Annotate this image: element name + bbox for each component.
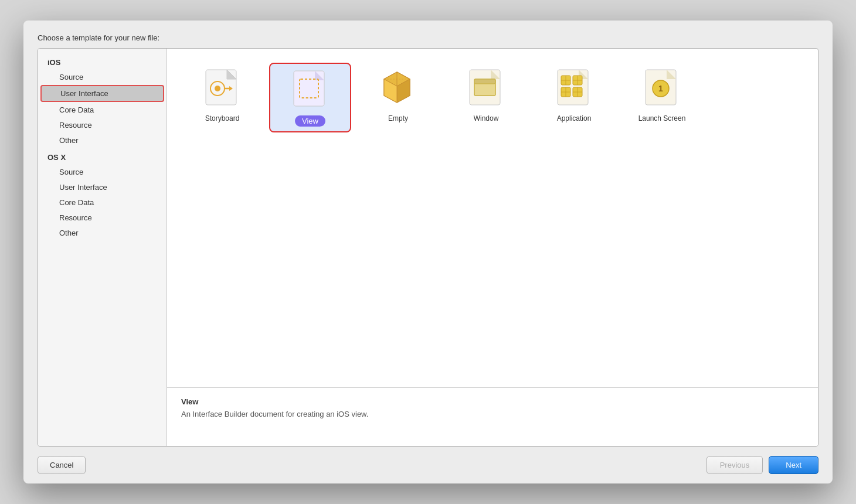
template-item-application[interactable]: Application [533, 63, 615, 132]
storyboard-label: Storyboard [205, 114, 240, 122]
application-label: Application [557, 114, 592, 122]
content-area: Storyboard View [167, 49, 818, 446]
dialog: Choose a template for your new file: iOS… [23, 21, 833, 483]
empty-label: Empty [388, 114, 408, 122]
template-item-window[interactable]: Window [445, 63, 527, 132]
sidebar-item-osx-core-data[interactable]: Core Data [40, 195, 164, 210]
dialog-footer: Cancel Previous Next [23, 447, 833, 483]
template-item-view[interactable]: View [269, 63, 351, 132]
launch-screen-icon: 1 [641, 67, 683, 110]
previous-button[interactable]: Previous [706, 456, 763, 474]
description-title: View [181, 397, 804, 406]
cancel-button[interactable]: Cancel [38, 456, 86, 474]
window-label: Window [474, 114, 499, 122]
sidebar-group-ios: iOS [38, 53, 167, 69]
sidebar-item-ios-resource[interactable]: Resource [40, 118, 164, 132]
application-icon [553, 67, 595, 110]
dialog-body: iOS Source User Interface Core Data Reso… [38, 48, 818, 447]
sidebar-item-ios-other[interactable]: Other [40, 133, 164, 148]
description-text: An Interface Builder document for creati… [181, 410, 804, 418]
description-area: View An Interface Builder document for c… [167, 387, 818, 446]
sidebar-item-osx-user-interface[interactable]: User Interface [40, 180, 164, 195]
sidebar-item-osx-other[interactable]: Other [40, 226, 164, 240]
sidebar-item-ios-source[interactable]: Source [40, 70, 164, 84]
svg-point-4 [215, 86, 220, 91]
next-button[interactable]: Next [769, 456, 818, 474]
template-item-empty[interactable]: Empty [357, 63, 439, 132]
empty-icon [377, 67, 419, 110]
window-icon [465, 67, 507, 110]
dialog-title: Choose a template for your new file: [23, 21, 833, 48]
sidebar-item-ios-user-interface[interactable]: User Interface [40, 85, 164, 102]
template-item-storyboard[interactable]: Storyboard [181, 63, 263, 132]
svg-text:1: 1 [658, 84, 663, 93]
launch-screen-label: Launch Screen [638, 114, 686, 122]
sidebar-item-osx-resource[interactable]: Resource [40, 210, 164, 225]
view-icon [289, 69, 331, 111]
template-item-launch-screen[interactable]: 1 Launch Screen [621, 63, 703, 132]
sidebar-group-osx: OS X [38, 148, 167, 164]
sidebar-item-ios-core-data[interactable]: Core Data [40, 103, 164, 117]
template-grid: Storyboard View [167, 49, 818, 387]
sidebar: iOS Source User Interface Core Data Reso… [38, 49, 167, 446]
storyboard-icon [201, 67, 243, 110]
sidebar-item-osx-source[interactable]: Source [40, 165, 164, 179]
svg-rect-19 [474, 79, 495, 84]
view-label: View [295, 115, 325, 127]
footer-right: Previous Next [706, 456, 818, 474]
